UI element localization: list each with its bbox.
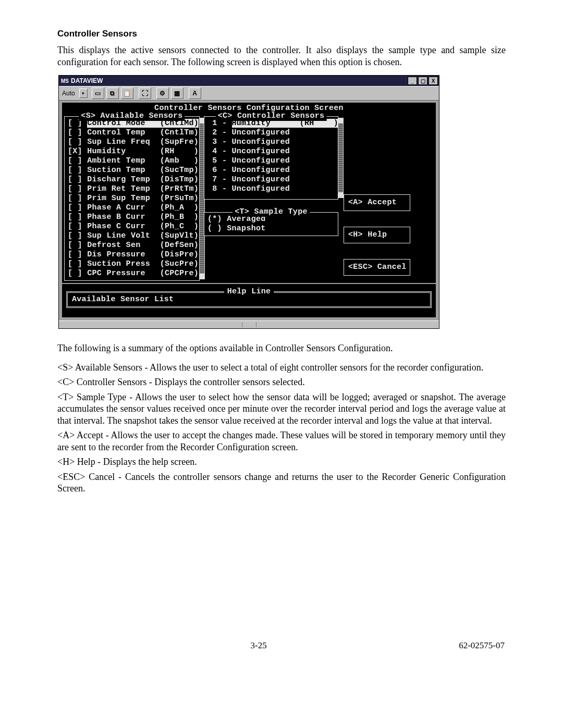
summary-intro: The following is a summary of the option… [57, 342, 506, 354]
available-sensor-row[interactable]: [ ] Sup Line Volt (SupVlt) [68, 231, 196, 241]
available-sensor-row[interactable]: [ ] CPC Pressure (CPCPre) [68, 269, 196, 278]
available-sensor-row[interactable]: [ ] Sup Line Freq (SupFre) [68, 138, 196, 147]
window-toolbar: Auto ▾ ▭ ⧉ 📋 ⛶ ⚙ ▦ A [59, 86, 439, 101]
toolbar-btn-3[interactable]: 📋 [121, 88, 133, 99]
accept-button[interactable]: <A> Accept [344, 194, 410, 211]
controller-sensor-row[interactable]: 3 - Unconfigured [207, 138, 335, 147]
app-icon: MS [61, 78, 69, 84]
sample-type-option[interactable]: ( ) Snapshot [207, 224, 335, 233]
available-sensor-row[interactable]: [ ] Phase B Curr (Ph_B ) [68, 213, 196, 222]
section-heading: Controller Sensors [57, 29, 506, 39]
toolbar-btn-6[interactable]: ▦ [171, 88, 183, 99]
terminal-area: Controller Sensors Configuration Screen … [59, 101, 439, 320]
close-button[interactable]: X [429, 77, 438, 85]
available-sensors-legend: <S> Available Sensors [79, 112, 185, 121]
font-size-label: Auto [61, 90, 77, 97]
controller-sensors-legend: <C> Controller Sensors [216, 112, 327, 121]
available-sensor-row[interactable]: [ ] Dis Pressure (DisPre) [68, 250, 196, 260]
controller-scrollbar[interactable] [338, 118, 344, 198]
minimize-button[interactable]: _ [408, 77, 417, 85]
summary-a: <A> Accept - Allows the user to accept t… [57, 429, 506, 453]
controller-sensors-panel[interactable]: <C> Controller Sensors 1 - Humidity (RH … [204, 116, 338, 200]
document-number: 62-02575-07 [459, 640, 505, 651]
font-size-dropdown[interactable]: ▾ [79, 89, 88, 98]
controller-sensor-row[interactable]: 2 - Unconfigured [207, 128, 335, 138]
available-sensor-row[interactable]: [ ] Defrost Sen (DefSen) [68, 241, 196, 250]
available-sensor-row[interactable]: [ ] Suction Temp (SucTmp) [68, 166, 196, 175]
sample-type-panel[interactable]: <T> Sample Type (*) Averaged( ) Snapshot [204, 212, 338, 236]
controller-sensor-row[interactable]: 6 - Unconfigured [207, 166, 335, 175]
dataview-window: MS DATAVIEW _ ▢ X Auto ▾ ▭ ⧉ 📋 ⛶ ⚙ ▦ A C… [58, 75, 439, 329]
available-sensor-row[interactable]: [ ] Ambient Temp (Amb ) [68, 156, 196, 166]
available-sensor-row[interactable]: [ ] Prim Sup Temp (PrSuTm) [68, 194, 196, 203]
intro-paragraph: This displays the active sensors connect… [57, 44, 506, 68]
help-line-legend: Help Line [224, 287, 274, 297]
help-line-panel: Help Line Available Sensor List [66, 291, 432, 308]
available-sensors-panel[interactable]: <S> Available Sensors [ ] Control Mode (… [64, 116, 200, 281]
summary-esc: <ESC> Cancel - Cancels the controller se… [57, 471, 506, 495]
help-button[interactable]: <H> Help [344, 227, 410, 243]
sample-type-legend: <T> Sample Type [232, 207, 310, 217]
window-titlebar: MS DATAVIEW _ ▢ X [59, 76, 439, 86]
cancel-button[interactable]: <ESC> Cancel [344, 259, 410, 276]
page-number: 3-25 [251, 640, 267, 651]
toolbar-btn-1[interactable]: ▭ [92, 88, 104, 99]
available-sensor-row[interactable]: [ ] Suction Press (SucPre) [68, 260, 196, 269]
summary-s: <S> Available Sensors - Allows the user … [57, 362, 506, 374]
page-footer: 3-25 62-02575-07 [57, 640, 506, 651]
toolbar-btn-5[interactable]: ⚙ [156, 88, 169, 99]
available-sensor-row[interactable]: [X] Humidity (RH ) [68, 147, 196, 156]
window-title: DATAVIEW [71, 77, 407, 84]
summary-h: <H> Help - Displays the help screen. [57, 456, 506, 468]
window-statusbar [59, 320, 439, 328]
controller-sensor-row[interactable]: 7 - Unconfigured [207, 175, 335, 184]
available-sensor-row[interactable]: [ ] Control Temp (CntlTm) [68, 128, 196, 138]
available-sensor-row[interactable]: [ ] Prim Ret Temp (PrRtTm) [68, 184, 196, 194]
available-sensor-row[interactable]: [ ] Phase A Curr (Ph_A ) [68, 203, 196, 213]
controller-sensor-row[interactable]: 8 - Unconfigured [207, 184, 335, 194]
toolbar-btn-font[interactable]: A [189, 88, 201, 99]
maximize-button[interactable]: ▢ [418, 77, 427, 85]
toolbar-btn-4[interactable]: ⛶ [139, 88, 151, 99]
available-sensor-row[interactable]: [ ] Phase C Curr (Ph_C ) [68, 222, 196, 231]
summary-t: <T> Sample Type - Allows the user to sel… [57, 391, 506, 427]
controller-sensor-row[interactable]: 4 - Unconfigured [207, 147, 335, 156]
summary-c: <C> Controller Sensors - Displays the co… [57, 376, 506, 388]
toolbar-btn-2[interactable]: ⧉ [106, 88, 119, 99]
available-sensor-row[interactable]: [ ] Discharg Temp (DisTmp) [68, 175, 196, 184]
controller-sensor-row[interactable]: 5 - Unconfigured [207, 156, 335, 166]
